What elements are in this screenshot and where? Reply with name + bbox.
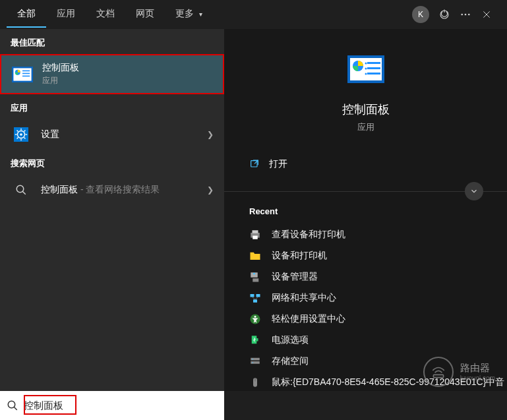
recent-item[interactable]: 设备管理器 [224, 266, 507, 287]
right-panel: 控制面板 应用 打开 Recent 查看设备和打印机 设备和打印机 [224, 29, 507, 391]
divider [224, 191, 507, 192]
network-icon [249, 292, 261, 304]
watermark: 路由器 luyouqi.com [423, 357, 495, 387]
svg-rect-9 [22, 70, 30, 71]
left-panel: 最佳匹配 控制面板 应用 应用 设置 ❯ 搜索网页 [0, 29, 224, 391]
svg-rect-51 [251, 358, 260, 361]
power-icon [249, 334, 261, 346]
tab-docs[interactable]: 文档 [86, 1, 125, 28]
ellipsis-icon[interactable] [460, 9, 471, 20]
recent-header: Recent [224, 192, 507, 224]
tab-apps[interactable]: 应用 [46, 1, 86, 28]
svg-line-58 [14, 407, 17, 410]
svg-rect-42 [251, 294, 254, 297]
apps-header: 应用 [0, 94, 224, 119]
chevron-right-icon: ❯ [207, 185, 214, 195]
device-manager-icon [249, 271, 261, 283]
svg-point-48 [254, 316, 256, 318]
svg-rect-37 [253, 230, 258, 233]
search-icon [11, 181, 32, 198]
best-match-sub: 应用 [42, 75, 212, 86]
search-icon [7, 400, 18, 411]
tab-all[interactable]: 全部 [7, 1, 46, 28]
svg-point-31 [365, 63, 367, 65]
svg-rect-41 [253, 273, 255, 274]
svg-line-45 [253, 297, 256, 300]
router-icon [423, 357, 454, 387]
search-input[interactable] [24, 391, 218, 420]
control-panel-icon [12, 66, 33, 83]
svg-rect-29 [367, 67, 380, 69]
svg-point-53 [253, 359, 254, 360]
close-icon[interactable] [481, 9, 492, 20]
recent-item-label: 查看设备和打印机 [272, 229, 345, 241]
app-item-title: 设置 [41, 129, 59, 140]
tabs: 全部 应用 文档 网页 更多 ▾ [7, 1, 412, 28]
svg-rect-50 [256, 338, 258, 342]
recent-item[interactable]: 网络和共享中心 [224, 287, 507, 309]
header-bar: 全部 应用 文档 网页 更多 ▾ K [0, 0, 507, 29]
recent-item-label: 电源选项 [272, 334, 309, 346]
search-bar [0, 391, 224, 420]
header-right: K [412, 6, 500, 23]
hero-title: 控制面板 [342, 102, 390, 117]
svg-point-1 [461, 14, 463, 16]
open-icon [249, 159, 260, 169]
recent-item[interactable]: 查看设备和打印机 [224, 224, 507, 245]
recent-item[interactable]: 电源选项 [224, 330, 507, 351]
best-match-item[interactable]: 控制面板 应用 [0, 54, 224, 94]
best-match-title: 控制面板 [42, 62, 212, 74]
settings-icon [11, 126, 32, 143]
svg-point-33 [365, 73, 367, 75]
chevron-right-icon: ❯ [207, 130, 214, 139]
svg-rect-28 [367, 62, 380, 64]
svg-rect-11 [22, 75, 30, 76]
accessibility-icon [249, 313, 261, 325]
svg-rect-44 [253, 299, 257, 303]
svg-point-23 [16, 185, 24, 193]
svg-point-2 [465, 14, 467, 16]
recent-item-label: 设备和打印机 [272, 250, 327, 262]
app-item-settings[interactable]: 设置 ❯ [0, 119, 224, 150]
watermark-text: 路由器 [460, 362, 495, 375]
control-panel-large-icon [347, 55, 384, 83]
svg-rect-40 [253, 278, 258, 282]
svg-point-3 [468, 14, 470, 16]
svg-point-32 [365, 68, 367, 70]
svg-rect-38 [253, 236, 258, 239]
recent-item-label: 轻松使用设置中心 [272, 313, 345, 325]
recent-item-label: 存储空间 [272, 355, 309, 367]
best-match-header: 最佳匹配 [0, 29, 224, 54]
web-item-title: 控制面板 - 查看网络搜索结果 [41, 184, 160, 196]
watermark-sub: luyouqi.com [460, 375, 495, 382]
user-avatar[interactable]: K [412, 6, 429, 23]
tab-more[interactable]: 更多 ▾ [165, 1, 213, 28]
hero: 控制面板 应用 [224, 29, 507, 146]
svg-point-14 [20, 133, 22, 136]
svg-line-46 [255, 297, 258, 300]
printer-icon [249, 229, 261, 241]
web-header: 搜索网页 [0, 150, 224, 175]
svg-rect-59 [433, 375, 443, 377]
recent-item-label: 设备管理器 [272, 271, 318, 283]
expand-button[interactable] [465, 182, 483, 200]
svg-rect-43 [256, 294, 260, 297]
svg-rect-10 [22, 73, 30, 74]
tab-web[interactable]: 网页 [125, 1, 165, 28]
recent-item-label: 网络和共享中心 [272, 292, 336, 304]
storage-icon [249, 355, 261, 367]
recent-item[interactable]: 轻松使用设置中心 [224, 309, 507, 330]
svg-point-54 [253, 362, 254, 363]
folder-icon [249, 250, 261, 262]
hero-sub: 应用 [357, 121, 374, 133]
recent-item[interactable]: 设备和打印机 [224, 245, 507, 266]
svg-rect-52 [251, 361, 260, 364]
chevron-down-icon: ▾ [199, 11, 202, 18]
svg-line-24 [22, 191, 26, 195]
svg-rect-30 [367, 73, 380, 75]
web-item[interactable]: 控制面板 - 查看网络搜索结果 ❯ [0, 175, 224, 205]
feedback-icon[interactable] [438, 9, 450, 20]
svg-point-57 [8, 401, 15, 408]
open-action[interactable]: 打开 [224, 146, 507, 182]
mouse-icon [249, 376, 261, 388]
